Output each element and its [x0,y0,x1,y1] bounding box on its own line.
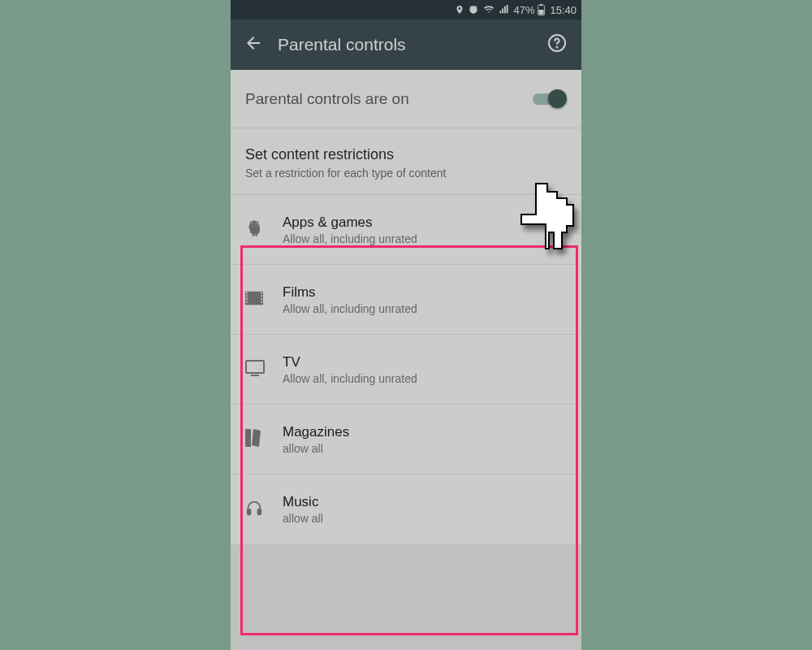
svg-rect-9 [246,295,248,297]
item-title: Films [283,284,417,301]
page-title: Parental controls [271,35,541,54]
svg-rect-1 [540,4,543,6]
section-subtitle: Set a restriction for each type of conte… [245,167,567,180]
item-title: TV [283,354,417,370]
svg-rect-19 [248,509,251,514]
item-music[interactable]: Music allow all [231,474,581,544]
svg-rect-7 [245,291,263,305]
item-title: Apps & games [283,214,417,231]
svg-rect-11 [246,301,248,302]
section-header: Set content restrictions Set a restricti… [231,128,581,195]
item-subtitle: Allow all, including unrated [283,232,417,245]
android-icon [245,219,263,240]
alarm-icon [468,4,479,15]
svg-point-6 [256,223,257,223]
item-tv[interactable]: TV Allow all, including unrated [231,335,581,405]
svg-rect-12 [261,292,262,293]
location-icon [455,4,464,15]
svg-rect-20 [258,509,261,514]
content: Parental controls are on Set content res… [231,70,581,544]
svg-rect-18 [245,429,251,447]
tv-icon [245,360,265,379]
svg-rect-8 [246,292,248,293]
item-subtitle: allow all [283,442,349,455]
parental-controls-toggle-row[interactable]: Parental controls are on [231,70,581,128]
item-films[interactable]: Films Allow all, including unrated [231,265,581,335]
magazine-icon [245,429,261,450]
wifi-icon [482,5,495,15]
section-title: Set content restrictions [245,146,567,163]
item-subtitle: Allow all, including unrated [283,302,417,315]
item-magazines[interactable]: Magazines allow all [231,405,581,474]
help-button[interactable] [541,28,573,61]
clock-text: 15:40 [550,4,577,16]
item-apps-games[interactable]: Apps & games Allow all, including unrate… [231,195,581,265]
film-icon [245,291,263,309]
svg-rect-15 [261,301,262,302]
app-bar: Parental controls [231,20,581,70]
svg-rect-13 [261,295,262,297]
item-subtitle: allow all [283,512,323,525]
item-title: Magazines [283,424,349,440]
svg-point-4 [557,47,558,48]
svg-rect-14 [261,298,262,300]
battery-icon [538,4,545,15]
arrow-back-icon [244,33,263,56]
toggle-label: Parental controls are on [245,90,533,108]
phone-frame: 47% 15:40 Parental controls Parental con… [231,0,581,650]
toggle-switch[interactable] [533,89,567,109]
svg-rect-2 [539,10,544,15]
item-subtitle: Allow all, including unrated [283,372,417,385]
back-button[interactable] [235,27,271,63]
svg-rect-16 [246,361,264,373]
signal-icon [499,5,510,15]
item-title: Music [283,494,323,510]
svg-point-5 [252,223,253,223]
headphones-icon [245,499,263,520]
svg-rect-10 [246,298,248,300]
help-icon [547,33,567,56]
battery-text: 47% [513,4,534,16]
status-bar: 47% 15:40 [231,0,581,20]
